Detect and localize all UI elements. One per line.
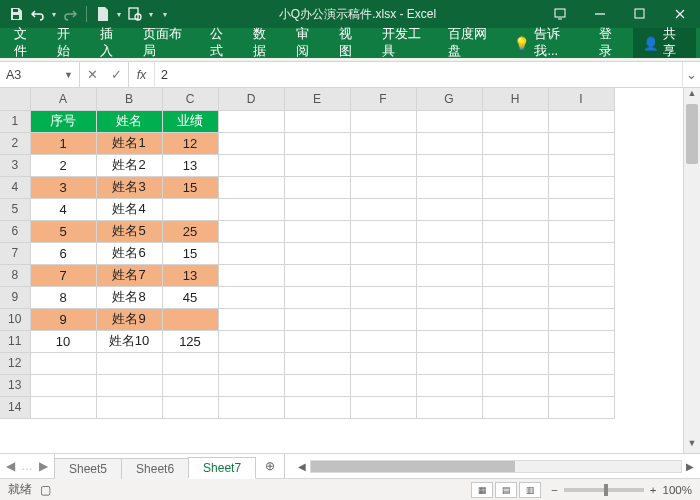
cell-H6[interactable] <box>482 220 548 242</box>
cell-D9[interactable] <box>218 286 284 308</box>
cell-H3[interactable] <box>482 154 548 176</box>
zoom-slider[interactable] <box>564 488 644 492</box>
cell-G4[interactable] <box>416 176 482 198</box>
scroll-left-icon[interactable]: ◀ <box>298 461 306 472</box>
cell-B5[interactable]: 姓名4 <box>96 198 162 220</box>
cell-I5[interactable] <box>548 198 614 220</box>
cell-C2[interactable]: 12 <box>162 132 218 154</box>
column-header-G[interactable]: G <box>416 88 482 110</box>
undo-icon[interactable] <box>30 6 46 22</box>
zoom-in-button[interactable]: + <box>650 484 657 496</box>
cell-E12[interactable] <box>284 352 350 374</box>
scroll-down-icon[interactable]: ▼ <box>684 438 700 453</box>
cell-A13[interactable] <box>30 374 96 396</box>
cell-G2[interactable] <box>416 132 482 154</box>
row-header-4[interactable]: 4 <box>0 176 30 198</box>
sheet-tab-Sheet5[interactable]: Sheet5 <box>54 458 122 479</box>
view-layout-icon[interactable]: ▤ <box>495 482 517 498</box>
cell-H1[interactable] <box>482 110 548 132</box>
cell-G7[interactable] <box>416 242 482 264</box>
cell-H9[interactable] <box>482 286 548 308</box>
cell-I3[interactable] <box>548 154 614 176</box>
row-header-8[interactable]: 8 <box>0 264 30 286</box>
cell-C12[interactable] <box>162 352 218 374</box>
row-header-10[interactable]: 10 <box>0 308 30 330</box>
cell-B3[interactable]: 姓名2 <box>96 154 162 176</box>
horizontal-scrollbar[interactable]: ◀ ▶ <box>292 454 700 478</box>
column-header-I[interactable]: I <box>548 88 614 110</box>
cell-E6[interactable] <box>284 220 350 242</box>
cell-F11[interactable] <box>350 330 416 352</box>
cell-H2[interactable] <box>482 132 548 154</box>
cell-B1[interactable]: 姓名 <box>96 110 162 132</box>
cancel-formula-icon[interactable]: ✕ <box>80 67 104 82</box>
name-box[interactable]: A3▼ <box>0 62 80 87</box>
undo-dropdown-icon[interactable]: ▾ <box>52 10 56 19</box>
cell-E14[interactable] <box>284 396 350 418</box>
sheet-tab-Sheet6[interactable]: Sheet6 <box>121 458 189 479</box>
cell-D12[interactable] <box>218 352 284 374</box>
ribbon-tab-数据[interactable]: 数据 <box>243 28 286 58</box>
cell-D1[interactable] <box>218 110 284 132</box>
cell-G8[interactable] <box>416 264 482 286</box>
cell-I10[interactable] <box>548 308 614 330</box>
cell-B2[interactable]: 姓名1 <box>96 132 162 154</box>
cell-A4[interactable]: 3 <box>30 176 96 198</box>
cell-H8[interactable] <box>482 264 548 286</box>
cell-C8[interactable]: 13 <box>162 264 218 286</box>
cell-E5[interactable] <box>284 198 350 220</box>
cell-F13[interactable] <box>350 374 416 396</box>
cell-D2[interactable] <box>218 132 284 154</box>
cell-D4[interactable] <box>218 176 284 198</box>
row-header-2[interactable]: 2 <box>0 132 30 154</box>
minimize-button[interactable] <box>580 0 620 28</box>
cell-E3[interactable] <box>284 154 350 176</box>
cell-B4[interactable]: 姓名3 <box>96 176 162 198</box>
cell-H7[interactable] <box>482 242 548 264</box>
cell-F6[interactable] <box>350 220 416 242</box>
cell-B13[interactable] <box>96 374 162 396</box>
save-icon[interactable] <box>8 6 24 22</box>
cell-F1[interactable] <box>350 110 416 132</box>
fx-label[interactable]: fx <box>129 62 155 87</box>
cell-A9[interactable]: 8 <box>30 286 96 308</box>
sheet-nav-next-icon[interactable]: ▶ <box>39 459 48 473</box>
formula-input[interactable]: 2 <box>155 62 682 87</box>
close-button[interactable] <box>660 0 700 28</box>
row-header-13[interactable]: 13 <box>0 374 30 396</box>
column-header-D[interactable]: D <box>218 88 284 110</box>
ribbon-tab-插入[interactable]: 插入 <box>90 28 133 58</box>
cell-G5[interactable] <box>416 198 482 220</box>
sheet-nav-prev-icon[interactable]: ◀ <box>6 459 15 473</box>
row-header-7[interactable]: 7 <box>0 242 30 264</box>
cell-D11[interactable] <box>218 330 284 352</box>
cell-B11[interactable]: 姓名10 <box>96 330 162 352</box>
cell-C11[interactable]: 125 <box>162 330 218 352</box>
cell-A6[interactable]: 5 <box>30 220 96 242</box>
cell-I7[interactable] <box>548 242 614 264</box>
row-header-12[interactable]: 12 <box>0 352 30 374</box>
cell-E4[interactable] <box>284 176 350 198</box>
cell-E9[interactable] <box>284 286 350 308</box>
scrollbar-thumb[interactable] <box>686 104 698 164</box>
row-header-14[interactable]: 14 <box>0 396 30 418</box>
cell-E8[interactable] <box>284 264 350 286</box>
select-all-corner[interactable] <box>0 88 30 110</box>
cell-F4[interactable] <box>350 176 416 198</box>
cell-A7[interactable]: 6 <box>30 242 96 264</box>
add-sheet-button[interactable]: ⊕ <box>256 454 284 478</box>
ribbon-tab-视图[interactable]: 视图 <box>329 28 372 58</box>
cell-H14[interactable] <box>482 396 548 418</box>
cell-F12[interactable] <box>350 352 416 374</box>
cell-D13[interactable] <box>218 374 284 396</box>
tell-me[interactable]: 💡告诉我... <box>504 28 589 58</box>
cell-E7[interactable] <box>284 242 350 264</box>
cell-F14[interactable] <box>350 396 416 418</box>
column-header-A[interactable]: A <box>30 88 96 110</box>
signin-button[interactable]: 登录 <box>589 28 633 58</box>
cell-C10[interactable] <box>162 308 218 330</box>
zoom-out-button[interactable]: − <box>551 484 558 496</box>
scroll-up-icon[interactable]: ▲ <box>684 88 700 103</box>
cell-B12[interactable] <box>96 352 162 374</box>
cell-C5[interactable] <box>162 198 218 220</box>
